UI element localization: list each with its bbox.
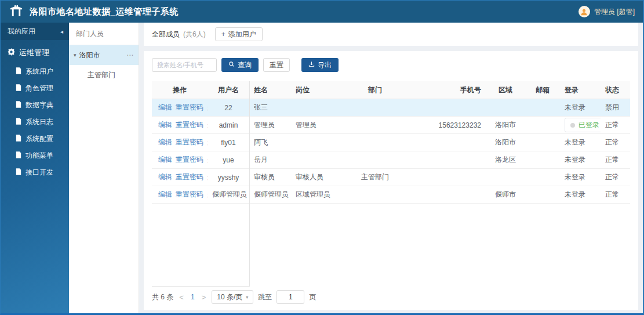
sidebar-group-ops-management[interactable]: 运维管理 bbox=[1, 40, 69, 63]
search-toolbar: 查询 重置 导出 bbox=[152, 58, 630, 72]
cell-email bbox=[525, 151, 560, 169]
query-button[interactable]: 查询 bbox=[221, 58, 259, 72]
edit-link[interactable]: 编辑 bbox=[158, 138, 172, 146]
reset-password-link[interactable]: 重置密码 bbox=[176, 121, 203, 129]
reset-password-link[interactable]: 重置密码 bbox=[176, 103, 203, 111]
cell-name: 张三 bbox=[249, 99, 291, 117]
cell-status: 正常 bbox=[601, 151, 630, 169]
sidebar-item[interactable]: 系统日志 bbox=[1, 114, 69, 131]
cell-email bbox=[525, 186, 560, 204]
table-row[interactable]: 编辑重置密码删除fly01阿飞洛阳市未登录正常 bbox=[152, 134, 630, 151]
search-icon bbox=[228, 61, 235, 69]
cell-login: 未登录 bbox=[560, 169, 601, 186]
cell-dept bbox=[332, 117, 419, 134]
cell-username: yue bbox=[208, 151, 249, 169]
prev-page-button[interactable]: < bbox=[178, 293, 185, 302]
cell-region bbox=[486, 99, 525, 117]
sidebar-item[interactable]: 系统配置 bbox=[1, 131, 69, 147]
cell-name: 岳月 bbox=[249, 151, 291, 169]
sidebar-item[interactable]: 数据字典 bbox=[1, 97, 69, 114]
cell-login: 未登录 bbox=[560, 151, 601, 169]
jump-page-input[interactable] bbox=[276, 290, 304, 304]
delete-link[interactable]: 删除 bbox=[207, 103, 208, 111]
dept-child-label: 主管部门 bbox=[88, 71, 115, 79]
delete-link[interactable]: 删除 bbox=[207, 121, 208, 129]
dept-tree-root[interactable]: ▾ 洛阳市 ⋯ bbox=[69, 45, 139, 65]
logo-icon bbox=[9, 5, 24, 19]
current-page[interactable]: 1 bbox=[190, 293, 196, 301]
cell-email bbox=[525, 99, 560, 117]
cell-name: 管理员 bbox=[249, 117, 291, 134]
edit-link[interactable]: 编辑 bbox=[158, 121, 172, 129]
members-toolbar: 全部成员 (共6人) + 添加用户 bbox=[144, 23, 638, 46]
cell-region: 洛龙区 bbox=[486, 151, 525, 169]
sidebar-item[interactable]: 系统用户 bbox=[1, 63, 69, 80]
table-row[interactable]: 编辑重置密码删除22张三未登录禁用 bbox=[152, 99, 630, 117]
edit-link[interactable]: 编辑 bbox=[158, 103, 172, 111]
table-row[interactable]: 编辑重置密码删除偃师管理员偃师管理员区域管理员偃师市未登录正常 bbox=[152, 186, 630, 204]
sidebar-item-label: 系统配置 bbox=[26, 134, 53, 144]
dept-tree-child[interactable]: 主管部门 bbox=[69, 65, 139, 85]
login-status-text: 已登录 bbox=[578, 120, 599, 130]
column-header: 邮箱 bbox=[525, 81, 560, 99]
reset-password-link[interactable]: 重置密码 bbox=[176, 138, 203, 146]
reset-password-link[interactable]: 重置密码 bbox=[176, 173, 203, 181]
table-row[interactable]: 编辑重置密码删除yue岳月洛龙区未登录正常 bbox=[152, 151, 630, 169]
users-table: 操作用户名姓名岗位部门手机号区域邮箱登录状态 编辑重置密码删除22张三未登录禁用… bbox=[152, 81, 630, 287]
add-user-button[interactable]: + 添加用户 bbox=[215, 27, 263, 41]
delete-link[interactable]: 删除 bbox=[207, 173, 208, 181]
page-size-select[interactable]: 10 条/页 ▾ bbox=[212, 290, 253, 304]
cell-position: 审核人员 bbox=[291, 169, 332, 186]
cell-status: 禁用 bbox=[601, 99, 630, 117]
collapse-icon[interactable]: ◂ bbox=[60, 28, 63, 35]
cell-username: 偃师管理员 bbox=[208, 186, 249, 204]
cell-region: 偃师市 bbox=[486, 186, 525, 204]
reset-password-link[interactable]: 重置密码 bbox=[176, 155, 203, 164]
cell-phone bbox=[419, 169, 486, 186]
sidebar-item[interactable]: 角色管理 bbox=[1, 80, 69, 97]
my-apps-label: 我的应用 bbox=[8, 27, 35, 37]
reset-password-link[interactable]: 重置密码 bbox=[176, 190, 203, 198]
more-actions-icon[interactable]: ⋯ bbox=[126, 51, 134, 59]
table-row[interactable]: 编辑重置密码删除yysshy审核员审核人员主管部门未登录正常 bbox=[152, 169, 630, 186]
document-icon bbox=[16, 151, 21, 160]
reset-button[interactable]: 重置 bbox=[263, 58, 290, 72]
cell-position bbox=[291, 99, 332, 117]
cell-email bbox=[525, 117, 560, 134]
document-icon bbox=[16, 168, 21, 177]
sidebar-section-my-apps[interactable]: 我的应用 ◂ bbox=[1, 23, 69, 40]
caret-down-icon[interactable]: ▾ bbox=[74, 52, 77, 58]
main-content: 全部成员 (共6人) + 添加用户 bbox=[139, 23, 643, 313]
delete-link[interactable]: 删除 bbox=[207, 155, 208, 164]
sidebar-item-label: 系统日志 bbox=[26, 117, 53, 127]
delete-link[interactable]: 删除 bbox=[207, 138, 208, 146]
query-label: 查询 bbox=[238, 60, 252, 70]
edit-link[interactable]: 编辑 bbox=[158, 190, 172, 198]
sidebar-item-label: 系统用户 bbox=[26, 67, 53, 77]
sidebar-item[interactable]: 功能菜单 bbox=[1, 147, 69, 164]
edit-link[interactable]: 编辑 bbox=[158, 173, 172, 181]
cell-region bbox=[486, 169, 525, 186]
search-input[interactable] bbox=[152, 58, 217, 72]
cell-username: fly01 bbox=[208, 134, 249, 151]
group-label: 运维管理 bbox=[19, 48, 49, 58]
delete-link[interactable]: 删除 bbox=[207, 190, 208, 198]
column-header: 操作 bbox=[152, 81, 208, 99]
cell-actions: 编辑重置密码删除 bbox=[152, 99, 208, 117]
export-icon bbox=[308, 61, 315, 69]
cell-position: 区域管理员 bbox=[291, 186, 332, 204]
edit-link[interactable]: 编辑 bbox=[158, 155, 172, 164]
plus-icon: + bbox=[221, 30, 225, 38]
cell-login: 已登录 bbox=[560, 117, 601, 134]
cell-phone bbox=[419, 151, 486, 169]
export-button[interactable]: 导出 bbox=[301, 58, 339, 72]
cell-actions: 编辑重置密码删除 bbox=[152, 134, 208, 151]
sidebar-item[interactable]: 接口开发 bbox=[1, 164, 69, 181]
column-header: 姓名 bbox=[249, 81, 291, 99]
sidebar: 我的应用 ◂ 运维管理 系统用户角色管理数据字典系统日志系统配置功能菜单接口开发 bbox=[1, 23, 69, 313]
table-row[interactable]: 编辑重置密码删除admin管理员管理员15623123232洛阳市已登录正常 bbox=[152, 117, 630, 134]
sidebar-menu: 系统用户角色管理数据字典系统日志系统配置功能菜单接口开发 bbox=[1, 63, 69, 181]
next-page-button[interactable]: > bbox=[201, 293, 208, 302]
dept-root-label: 洛阳市 bbox=[79, 50, 100, 60]
user-menu[interactable]: 管理员 [超管] bbox=[578, 6, 635, 17]
